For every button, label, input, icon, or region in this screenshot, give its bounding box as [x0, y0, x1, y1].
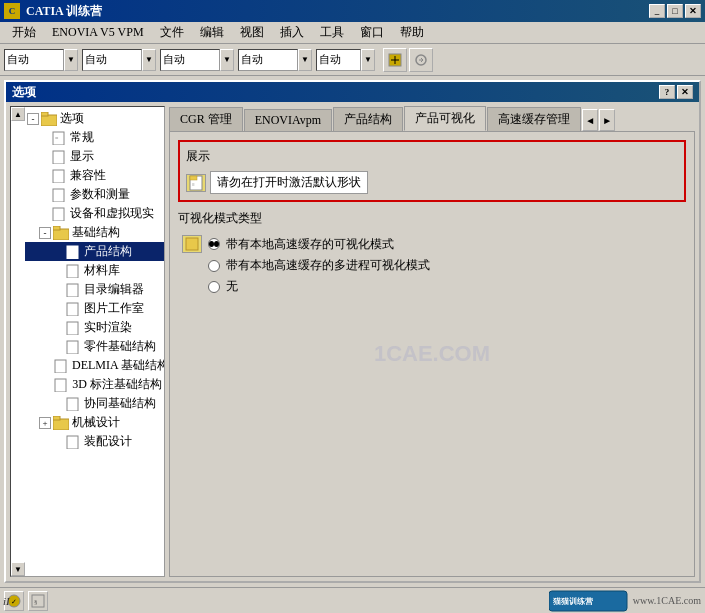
- svg-rect-27: [190, 176, 197, 180]
- tree-expand-mach[interactable]: +: [39, 417, 51, 429]
- tree-label-matlib: 材料库: [84, 262, 120, 279]
- svg-rect-17: [67, 303, 78, 316]
- combo-1-arrow[interactable]: ▼: [64, 49, 78, 71]
- svg-rect-8: [53, 151, 64, 164]
- tree-item-devices[interactable]: 设备和虚拟现实: [25, 204, 164, 223]
- app-icon: C: [4, 3, 20, 19]
- tab-enovia[interactable]: ENOVIAvpm: [244, 109, 332, 131]
- dialog-controls: ? ✕: [659, 85, 693, 99]
- combo-group-4: 自动 ▼: [238, 49, 312, 71]
- combo-5-arrow[interactable]: ▼: [361, 49, 375, 71]
- svg-rect-11: [53, 208, 64, 221]
- tree-expand-infra[interactable]: -: [39, 227, 51, 239]
- tree-content: - 选项 ≡ 常规: [25, 107, 164, 453]
- combo-2-arrow[interactable]: ▼: [142, 49, 156, 71]
- combo-4-value: 自动: [241, 52, 263, 67]
- tree-scroll-up[interactable]: ▲: [11, 107, 25, 121]
- page-icon-matlib: [65, 263, 81, 279]
- tree-item-matlib[interactable]: 材料库: [25, 261, 164, 280]
- menu-start[interactable]: 开始: [4, 22, 44, 43]
- tree-item-3d[interactable]: 3D 标注基础结构: [25, 375, 164, 394]
- minimize-btn[interactable]: _: [649, 4, 665, 18]
- tree-item-options[interactable]: - 选项: [25, 109, 164, 128]
- window-controls: _ □ ✕: [649, 4, 701, 18]
- tree-scroll-down[interactable]: ▼: [11, 562, 25, 576]
- dialog-close-btn[interactable]: ✕: [677, 85, 693, 99]
- radio-none[interactable]: [208, 281, 220, 293]
- menu-file[interactable]: 文件: [152, 22, 192, 43]
- combo-3-value: 自动: [163, 52, 185, 67]
- tree-item-partnfra[interactable]: 零件基础结构: [25, 337, 164, 356]
- tab-cgr[interactable]: CGR 管理: [169, 107, 243, 131]
- tree-item-display[interactable]: 显示: [25, 147, 164, 166]
- svg-rect-4: [41, 115, 57, 126]
- menu-insert[interactable]: 插入: [272, 22, 312, 43]
- combo-3-arrow[interactable]: ▼: [220, 49, 234, 71]
- tree-label-measure: 参数和测量: [70, 186, 130, 203]
- svg-rect-22: [67, 398, 78, 411]
- menu-help[interactable]: 帮助: [392, 22, 432, 43]
- tree-item-assembly[interactable]: 装配设计: [25, 432, 164, 451]
- tab-nav-next[interactable]: ►: [599, 109, 615, 131]
- radio-multi[interactable]: [208, 260, 220, 272]
- menu-view[interactable]: 视图: [232, 22, 272, 43]
- tree-label-prodstruct: 产品结构: [84, 243, 132, 260]
- status-bar: iI ✓ § 猫猫训练营 www.1CAE.com: [0, 587, 705, 613]
- tab-cache[interactable]: 高速缓存管理: [487, 107, 581, 131]
- tree-item-catalog[interactable]: 目录编辑器: [25, 280, 164, 299]
- menu-edit[interactable]: 编辑: [192, 22, 232, 43]
- toolbar-btn-1[interactable]: [383, 48, 407, 72]
- toolbar-btn-2[interactable]: [409, 48, 433, 72]
- combo-1[interactable]: 自动: [4, 49, 64, 71]
- folder-icon-mach: [53, 415, 69, 431]
- page-icon-measure: [51, 187, 67, 203]
- vis-icon-local: [182, 235, 202, 253]
- dialog-help-btn[interactable]: ?: [659, 85, 675, 99]
- combo-2-value: 自动: [85, 52, 107, 67]
- radio-local[interactable]: [208, 238, 220, 250]
- tree-label-3d: 3D 标注基础结构: [72, 376, 162, 393]
- combo-4-arrow[interactable]: ▼: [298, 49, 312, 71]
- tree-item-photo[interactable]: 图片工作室: [25, 299, 164, 318]
- radio-row-local: 带有本地高速缓存的可视化模式: [182, 235, 686, 253]
- tree-item-delmia[interactable]: DELMIA 基础结构: [25, 356, 164, 375]
- svg-text:✓: ✓: [11, 598, 17, 606]
- tab-prodvis[interactable]: 产品可视化: [404, 106, 486, 131]
- tree-item-general[interactable]: ≡ 常规: [25, 128, 164, 147]
- tree-item-mach[interactable]: + 机械设计: [25, 413, 164, 432]
- menu-enovia[interactable]: ENOVIA V5 VPM: [44, 23, 152, 42]
- maximize-btn[interactable]: □: [667, 4, 683, 18]
- combo-3[interactable]: 自动: [160, 49, 220, 71]
- combo-2[interactable]: 自动: [82, 49, 142, 71]
- page-icon-display: [51, 149, 67, 165]
- tree-item-realtime[interactable]: 实时渲染: [25, 318, 164, 337]
- svg-text:≡: ≡: [192, 182, 195, 187]
- section-display-title: 展示: [186, 148, 678, 165]
- svg-rect-16: [67, 284, 78, 297]
- svg-rect-9: [53, 170, 64, 183]
- tree-item-colab[interactable]: 协同基础结构: [25, 394, 164, 413]
- combo-4[interactable]: 自动: [238, 49, 298, 71]
- combo-5[interactable]: 自动: [316, 49, 361, 71]
- tree-item-prodstruct[interactable]: 产品结构: [25, 242, 164, 261]
- tree-item-infra[interactable]: - 基础结构: [25, 223, 164, 242]
- tree-expand-options[interactable]: -: [27, 113, 39, 125]
- tree-label-partnfra: 零件基础结构: [84, 338, 156, 355]
- radio-row-none: 无: [182, 278, 686, 295]
- menu-tools[interactable]: 工具: [312, 22, 352, 43]
- close-btn[interactable]: ✕: [685, 4, 701, 18]
- dialog-options: 选项 ? ✕ ▲ - 选项: [4, 80, 701, 583]
- svg-rect-13: [53, 226, 60, 230]
- svg-rect-23: [53, 419, 69, 430]
- website-label: www.1CAE.com: [633, 595, 701, 606]
- folder-icon-infra: [53, 225, 69, 241]
- tab-nav-prev[interactable]: ◄: [582, 109, 598, 131]
- main-area: 选项 ? ✕ ▲ - 选项: [0, 76, 705, 587]
- tree-panel[interactable]: ▲ - 选项 ≡: [10, 106, 165, 577]
- tab-prodstruct[interactable]: 产品结构: [333, 107, 403, 131]
- tree-item-measure[interactable]: 参数和测量: [25, 185, 164, 204]
- tree-item-compat[interactable]: 兼容性: [25, 166, 164, 185]
- combo-group-5: 自动 ▼: [316, 49, 375, 71]
- menu-window[interactable]: 窗口: [352, 22, 392, 43]
- tree-label-devices: 设备和虚拟现实: [70, 205, 154, 222]
